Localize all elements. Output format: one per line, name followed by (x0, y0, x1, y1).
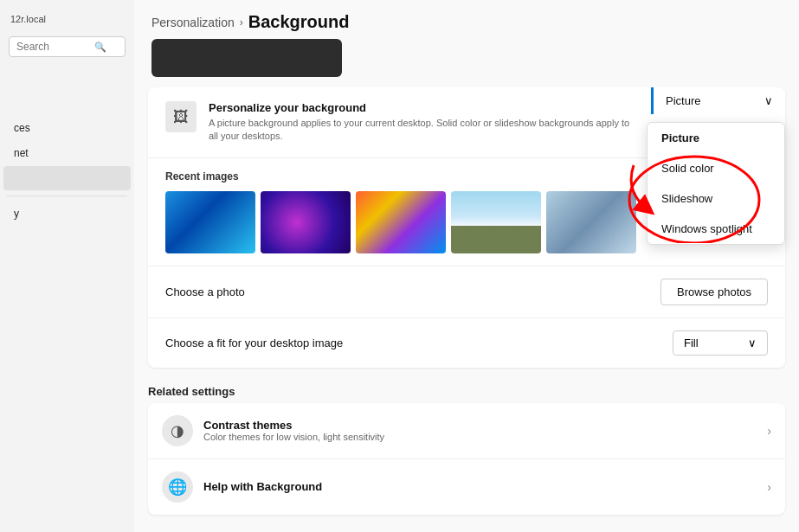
related-item-contrast-themes[interactable]: ◑ Contrast themes Color themes for low v… (148, 403, 785, 459)
dropdown-container: Picture ∨ Picture Solid color Slideshow … (651, 87, 785, 114)
contrast-themes-icon: ◑ (162, 415, 193, 446)
dropdown-option-windows-spotlight[interactable]: Windows spotlight (648, 214, 784, 244)
sidebar-item-blank1 (3, 66, 131, 90)
background-card: 🖼 Personalize your background A picture … (148, 87, 785, 368)
help-background-title: Help with Background (203, 480, 767, 493)
search-input[interactable] (16, 41, 94, 53)
related-settings-label: Related settings (134, 378, 799, 403)
sidebar-item-privacy[interactable]: y (3, 202, 131, 226)
sidebar-item-blank2 (3, 91, 131, 115)
dropdown-option-solid-color[interactable]: Solid color (648, 153, 784, 183)
background-text: Personalize your background A picture ba… (209, 101, 638, 144)
related-settings-card: ◑ Contrast themes Color themes for low v… (148, 403, 785, 515)
background-icon: 🖼 (165, 101, 197, 132)
sidebar-item-net[interactable]: net (3, 141, 131, 165)
recent-image-1[interactable] (165, 191, 255, 253)
related-contrast-text: Contrast themes Color themes for low vis… (203, 419, 767, 442)
background-card-subtitle: A picture background applies to your cur… (209, 117, 638, 144)
image-icon: 🖼 (173, 108, 189, 126)
sidebar-divider (7, 195, 127, 196)
help-background-chevron-icon: › (767, 480, 771, 494)
sidebar-item-ces[interactable]: ces (3, 116, 131, 140)
contrast-themes-chevron-icon: › (767, 424, 771, 438)
help-background-icon: 🌐 (162, 471, 193, 503)
contrast-themes-subtitle: Color themes for low vision, light sensi… (203, 432, 767, 442)
fit-chevron-icon: ∨ (748, 337, 757, 349)
fit-dropdown[interactable]: Fill ∨ (673, 330, 768, 356)
choose-photo-row: Choose a photo Browse photos (148, 266, 785, 318)
sidebar-nav: ces net y (0, 66, 134, 226)
breadcrumb-chevron: › (240, 16, 243, 29)
preview-bar (151, 39, 342, 77)
sidebar-hostname: 12r.local (0, 9, 134, 33)
contrast-themes-title: Contrast themes (203, 419, 767, 432)
related-item-help-background[interactable]: 🌐 Help with Background › (148, 459, 785, 515)
dropdown-menu: Picture Solid color Slideshow Windows sp… (647, 122, 785, 245)
fit-row: Choose a fit for your desktop image Fill… (148, 318, 785, 368)
recent-image-5[interactable] (546, 191, 636, 253)
background-card-title: Personalize your background (209, 101, 638, 114)
sidebar-search-box[interactable]: 🔍 (9, 36, 126, 57)
dropdown-option-picture[interactable]: Picture (648, 123, 784, 153)
personalize-row: 🖼 Personalize your background A picture … (148, 87, 785, 158)
recent-image-3[interactable] (356, 191, 446, 253)
background-type-dropdown[interactable]: Picture ∨ (651, 87, 785, 114)
choose-photo-label: Choose a photo (165, 285, 245, 298)
page-title: Background (248, 12, 350, 32)
search-icon: 🔍 (94, 42, 106, 53)
recent-image-4[interactable] (451, 191, 541, 253)
sidebar: 12r.local 🔍 ces net y (0, 0, 134, 532)
fit-selected-value: Fill (684, 337, 699, 349)
dropdown-selected-label: Picture (666, 94, 700, 107)
sidebar-item-active[interactable] (3, 166, 131, 190)
browse-photos-button[interactable]: Browse photos (660, 279, 768, 305)
breadcrumb-parent[interactable]: Personalization (151, 16, 235, 29)
dropdown-chevron-icon: ∨ (764, 94, 773, 107)
dropdown-option-slideshow[interactable]: Slideshow (648, 183, 784, 214)
page-header: Personalization › Background (134, 0, 799, 39)
recent-image-2[interactable] (261, 191, 351, 253)
fit-label: Choose a fit for your desktop image (165, 337, 343, 349)
related-help-text: Help with Background (203, 480, 767, 493)
main-content: Personalization › Background 🖼 Personali… (134, 0, 799, 532)
